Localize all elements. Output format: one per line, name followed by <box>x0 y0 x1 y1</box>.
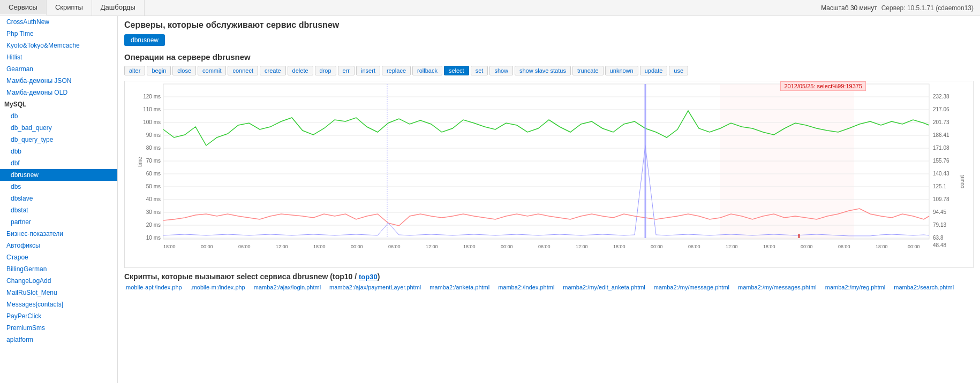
op-btn-update[interactable]: update <box>640 66 668 75</box>
sidebar-item-partner[interactable]: partner <box>0 216 117 228</box>
script-link[interactable]: mamba2:/anketa.phtml <box>429 284 489 290</box>
op-btn-alter[interactable]: alter <box>124 66 145 75</box>
op-btn-unknown[interactable]: unknown <box>605 66 638 75</box>
svg-text:time: time <box>137 157 143 167</box>
sidebar-item-мамба-демоныjson[interactable]: Мамба-демоны JSON <box>0 75 117 87</box>
sidebar-item-dbslave[interactable]: dbslave <box>0 193 117 204</box>
op-btn-commit[interactable]: commit <box>198 66 226 75</box>
op-btn-show[interactable]: show <box>489 66 513 75</box>
script-link[interactable]: mamba2:/my/messages.phtml <box>738 284 817 290</box>
sidebar-section[interactable]: MySQL <box>0 98 117 110</box>
sidebar-item-dbrusnew[interactable]: dbrusnew <box>0 169 117 181</box>
script-link[interactable]: mamba2:/my/reg.phtml <box>825 284 885 290</box>
script-link[interactable]: mamba2:/my/message.phtml <box>654 284 729 290</box>
svg-text:12:00: 12:00 <box>726 244 738 249</box>
script-link[interactable]: mamba2:/ajax/login.phtml <box>254 284 321 290</box>
op-btn-drop[interactable]: drop <box>315 66 336 75</box>
sidebar-item-mailruslot_menu[interactable]: MailRuSlot_Menu <box>0 287 117 298</box>
svg-text:109.78: 109.78 <box>933 196 949 202</box>
sidebar-item-старое[interactable]: Старое <box>0 251 117 263</box>
op-btn-replace[interactable]: replace <box>382 66 411 75</box>
svg-text:18:00: 18:00 <box>763 244 775 249</box>
sidebar-item-dbstat[interactable]: dbstat <box>0 204 117 216</box>
svg-text:06:00: 06:00 <box>838 244 850 249</box>
tab-dashboards[interactable]: Дашборды <box>92 0 145 16</box>
op-btn-show-slave-status[interactable]: show slave status <box>515 66 571 75</box>
script-link[interactable]: mamba2:/search.phtml <box>894 284 954 290</box>
op-btn-set[interactable]: set <box>471 66 488 75</box>
sidebar-item-gearman[interactable]: Gearman <box>0 63 117 75</box>
op-btn-close[interactable]: close <box>172 66 196 75</box>
op-btn-rollback[interactable]: rollback <box>412 66 442 75</box>
sidebar-item-db_bad_query[interactable]: db_bad_query <box>0 122 117 134</box>
svg-text:00:00: 00:00 <box>501 244 513 249</box>
svg-text:12:00: 12:00 <box>426 244 438 249</box>
svg-text:00:00: 00:00 <box>908 244 920 249</box>
service-button[interactable]: dbrusnew <box>124 34 165 46</box>
tab-scripts[interactable]: Скрипты <box>47 0 92 16</box>
page-title: Серверы, которые обслуживают сервис dbru… <box>124 20 974 30</box>
svg-text:50 ms: 50 ms <box>146 183 161 189</box>
op-btn-truncate[interactable]: truncate <box>572 66 604 75</box>
svg-text:00:00: 00:00 <box>801 244 813 249</box>
svg-text:90 ms: 90 ms <box>146 132 161 138</box>
svg-text:140.43: 140.43 <box>933 171 949 177</box>
sidebar-item-changelogadd[interactable]: ChangeLogAdd <box>0 275 117 287</box>
svg-text:232.38: 232.38 <box>933 94 949 99</box>
sidebar-item-мамба-демоныold[interactable]: Мамба-демоны OLD <box>0 87 117 98</box>
svg-text:18:00: 18:00 <box>463 244 476 249</box>
svg-text:70 ms: 70 ms <box>146 158 161 164</box>
sidebar-item-crossauthnew[interactable]: CrossAuthNew <box>0 16 117 28</box>
op-btn-err[interactable]: err <box>338 66 355 75</box>
op-btn-use[interactable]: use <box>669 66 688 75</box>
tab-services[interactable]: Сервисы <box>0 0 47 16</box>
svg-text:06:00: 06:00 <box>238 244 251 249</box>
svg-text:10 ms: 10 ms <box>146 235 161 241</box>
svg-text:125.1: 125.1 <box>933 183 946 189</box>
sidebar-item-dbb[interactable]: dbb <box>0 145 117 157</box>
sidebar-item-db[interactable]: db <box>0 110 117 122</box>
op-btn-begin[interactable]: begin <box>147 66 171 75</box>
svg-text:201.73: 201.73 <box>933 119 949 125</box>
scale-selector[interactable]: Масштаб 30 минут <box>821 4 877 12</box>
svg-text:60 ms: 60 ms <box>146 171 161 177</box>
svg-text:48.48: 48.48 <box>933 242 946 248</box>
script-link[interactable]: .mobile-m:/index.php <box>191 284 245 290</box>
sidebar-item-бизнес-показатели[interactable]: Бизнес-показатели <box>0 228 117 240</box>
op-btn-delete[interactable]: delete <box>288 66 313 75</box>
script-link[interactable]: mamba2:/index.phtml <box>498 284 554 290</box>
ops-title: Операции на сервере dbrusnew <box>124 52 974 62</box>
script-link[interactable]: mamba2:/my/edit_anketa.phtml <box>563 284 645 290</box>
sidebar-item-aplatform[interactable]: aplatform <box>0 334 117 346</box>
sidebar-item-dbs[interactable]: dbs <box>0 181 117 193</box>
top30-link[interactable]: top30 <box>359 273 378 281</box>
sidebar-item-kyoto&tokyo&memcache[interactable]: Kyoto&Tokyo&Memcache <box>0 40 117 51</box>
main-layout: CrossAuthNewPhp TimeKyoto&Tokyo&Memcache… <box>0 16 980 383</box>
svg-text:18:00: 18:00 <box>613 244 625 249</box>
op-btn-create[interactable]: create <box>260 66 286 75</box>
op-btn-connect[interactable]: connect <box>228 66 258 75</box>
op-btn-select[interactable]: select <box>444 66 469 75</box>
sidebar-item-premiumsms[interactable]: PremiumSms <box>0 322 117 334</box>
svg-text:100 ms: 100 ms <box>143 119 161 125</box>
top-navigation: Сервисы Скрипты Дашборды Масштаб 30 мину… <box>0 0 980 16</box>
svg-text:06:00: 06:00 <box>388 244 401 249</box>
svg-text:06:00: 06:00 <box>538 244 551 249</box>
op-btn-insert[interactable]: insert <box>356 66 380 75</box>
sidebar-item-phptime[interactable]: Php Time <box>0 28 117 40</box>
sidebar-item-автофиксы[interactable]: Автофиксы <box>0 240 117 251</box>
sidebar-item-hitlist[interactable]: Hitlist <box>0 51 117 63</box>
sidebar-item-dbf[interactable]: dbf <box>0 157 117 169</box>
script-link[interactable]: mamba2:/ajax/paymentLayer.phtml <box>329 284 421 290</box>
script-link[interactable]: .mobile-api:/index.php <box>124 284 182 290</box>
svg-text:18:00: 18:00 <box>163 244 176 249</box>
sidebar-item-db_query_type[interactable]: db_query_type <box>0 134 117 145</box>
server-label: Сервер: 10.5.1.71 (cdaemon13) <box>881 4 974 12</box>
sidebar-item-payperclick[interactable]: PayPerClick <box>0 310 117 322</box>
scripts-links: .mobile-api:/index.php.mobile-m:/index.p… <box>124 284 974 290</box>
scripts-title: Скрипты, которые вызывают select сервиса… <box>124 272 974 281</box>
sidebar-item-messages[contacts][interactable]: Messages[contacts] <box>0 298 117 310</box>
sidebar-item-billinggerman[interactable]: BillingGerman <box>0 263 117 275</box>
svg-text:12:00: 12:00 <box>576 244 588 249</box>
svg-text:00:00: 00:00 <box>201 244 213 249</box>
